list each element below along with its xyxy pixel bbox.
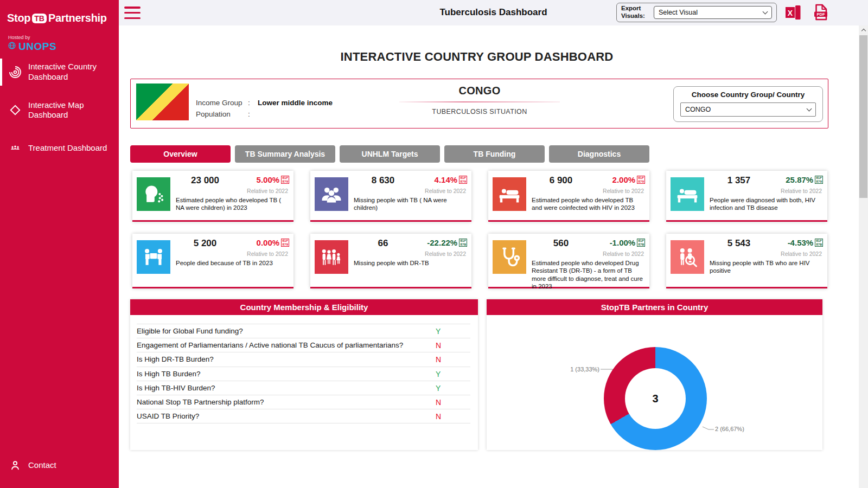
- kpi-description: People died because of TB in 2023: [176, 259, 289, 267]
- trend-arrow-glyph: 01F879: [281, 176, 289, 184]
- kpi-card-tb-deaths: 5 200 0.00%01F879 Relative to 2022 Peopl…: [132, 234, 293, 288]
- tab-tb-summary-analysis[interactable]: TB Summary Analysis: [235, 145, 335, 163]
- kpi-relative-label: Relative to 2022: [532, 188, 645, 194]
- pdf-export-icon[interactable]: PDF: [813, 3, 829, 21]
- hamburger-menu-icon[interactable]: [124, 7, 141, 19]
- partners-panel-title: StopTB Partners in Country: [487, 299, 822, 315]
- divider: [399, 101, 560, 102]
- kpi-trend: 25.87%: [786, 175, 813, 184]
- country-selector-title: Choose Country Group/ Country: [680, 91, 816, 99]
- export-visual-select-value: Select Visual: [659, 9, 763, 16]
- country-name-block: CONGO TUBERCULOSIS SITUATION: [398, 85, 561, 115]
- sidebar: Stop TB Partnership Hosted by UNOPS Inte…: [0, 0, 119, 488]
- answer: N: [436, 355, 470, 364]
- dashboard-tabs: Overview TB Summary Analysis UNHLM Targe…: [130, 145, 649, 163]
- logo-partnership-text: Partnership: [48, 12, 107, 24]
- kpi-trend: 5.00%: [257, 175, 280, 184]
- topbar: Tuberculosis Dashboard Export Visuals: S…: [119, 0, 868, 25]
- kpi-description: Missing people with DR-TB: [354, 259, 467, 267]
- donut-chart[interactable]: 3: [604, 347, 707, 450]
- svg-text:X: X: [788, 9, 793, 17]
- kpi-relative-label: Relative to 2022: [176, 251, 289, 257]
- kpi-relative-label: Relative to 2022: [710, 188, 823, 194]
- answer: Y: [436, 369, 470, 379]
- kpi-description: Missing people with TB ( NA were childre…: [354, 196, 467, 212]
- kpi-card-missing-drtb: 66 -22.22%01F87B Relative to 2022 Missin…: [310, 234, 471, 288]
- trend-arrow-glyph: 01F879: [815, 176, 823, 184]
- export-visuals-label: Export Visuals:: [621, 5, 649, 20]
- membership-panel: Country Membership & Eligibility Eligibl…: [130, 299, 478, 450]
- family-icon: [315, 240, 348, 274]
- sidebar-item-contact[interactable]: Contact: [0, 450, 119, 480]
- tab-diagnostics[interactable]: Diagnostics: [549, 145, 649, 163]
- hospital-bed-icon: [671, 177, 704, 211]
- question: USAID TB Priority?: [137, 412, 436, 421]
- donut-center-total: 3: [652, 393, 658, 405]
- kpi-relative-label: Relative to 2022: [710, 251, 823, 257]
- income-group-label: Income Group: [196, 99, 248, 107]
- tab-unhlm-targets[interactable]: UNHLM Targets: [340, 145, 440, 163]
- kpi-value: 5 200: [176, 238, 234, 249]
- partners-panel: StopTB Partners in Country 3 1 (33,33%) …: [487, 299, 822, 450]
- unops-logo: UNOPS: [7, 41, 56, 53]
- donut-chart-area: 3 1 (33,33%) 2 (66,67%): [487, 315, 822, 450]
- population-label: Population: [196, 110, 248, 118]
- sidebar-item-interactive-country-dashboard[interactable]: Interactive Country Dashboard: [0, 56, 119, 88]
- kpi-relative-label: Relative to 2022: [354, 251, 467, 257]
- kpi-description: Estimated people who developed TB ( NA w…: [176, 196, 289, 212]
- scroll-up-button[interactable]: [859, 25, 868, 35]
- tb-badge: TB: [32, 14, 47, 23]
- kpi-relative-label: Relative to 2022: [532, 251, 645, 257]
- kpi-trend: 2.00%: [612, 175, 636, 184]
- kpi-card-drtb: 560 -1.00%01F87B Relative to 2022 Estima…: [488, 234, 649, 288]
- trend-arrow-glyph: 01F87B: [637, 239, 645, 247]
- question: Engagement of Parliamentarians / Active …: [137, 341, 436, 350]
- kpi-card-diagnosed-hiv-tb: 1 357 25.87%01F879 Relative to 2022 Peop…: [666, 171, 827, 222]
- answer: N: [436, 412, 470, 421]
- country-name: CONGO: [398, 85, 561, 97]
- find-people-icon: [671, 240, 704, 274]
- answer: N: [436, 341, 470, 350]
- kpi-trend: -1.00%: [610, 238, 636, 247]
- excel-export-icon[interactable]: X: [785, 5, 801, 20]
- kpi-relative-label: Relative to 2022: [176, 188, 289, 194]
- country-header-card: Income Group : Lower middle income Popul…: [130, 79, 828, 129]
- unops-text: UNOPS: [18, 41, 56, 53]
- vertical-scrollbar: [859, 25, 868, 488]
- svg-text:PDF: PDF: [817, 12, 825, 17]
- answer: Y: [436, 326, 470, 336]
- main-content: INTERACTIVE COUNTRY GROUP DASHBOARD Inco…: [119, 25, 859, 488]
- table-row: Is High TB Burden?Y: [137, 367, 470, 381]
- scrollbar-thumb[interactable]: [859, 35, 867, 198]
- income-group-value: Lower middle income: [258, 99, 333, 107]
- export-visual-select[interactable]: Select Visual: [654, 6, 772, 19]
- chevron-down-icon: [807, 106, 812, 112]
- sidebar-nav: Interactive Country Dashboard Interactiv…: [0, 56, 119, 163]
- sidebar-contact: Contact: [0, 450, 119, 480]
- stethoscope-icon: [493, 240, 526, 274]
- trend-arrow-glyph: 01F87B: [459, 239, 467, 247]
- country-select[interactable]: CONGO: [680, 102, 816, 117]
- table-row: Eligible for Global Fund funding?Y: [137, 324, 470, 338]
- congo-flag: [136, 84, 189, 120]
- people-group-icon: [315, 177, 348, 211]
- donut-hole: 3: [625, 368, 686, 429]
- sidebar-item-treatment-dashboard[interactable]: Treatment Dashboard: [0, 133, 119, 163]
- tab-overview[interactable]: Overview: [130, 145, 231, 163]
- sidebar-item-interactive-map-dashboard[interactable]: Interactive Map Dashboard: [0, 95, 119, 126]
- answer: N: [436, 397, 470, 407]
- tab-tb-funding[interactable]: TB Funding: [444, 145, 545, 163]
- kpi-description: People were diagnosed with both, HIV inf…: [710, 196, 823, 212]
- membership-table: Eligible for Global Fund funding?Y Engag…: [130, 315, 478, 423]
- question: Is High DR-TB Burden?: [137, 355, 436, 364]
- stoptb-logo: Stop TB Partnership: [7, 12, 107, 24]
- kpi-description: Estimated people who developed TB and we…: [532, 196, 645, 212]
- hospital-bed-icon: [493, 177, 526, 211]
- contact-label: Contact: [28, 460, 56, 471]
- page-title: INTERACTIVE COUNTRY GROUP DASHBOARD: [119, 50, 835, 64]
- kpi-description: Missing people with TB who are HIV posit…: [710, 259, 823, 275]
- question: Is High TB Burden?: [137, 369, 436, 379]
- answer: Y: [436, 383, 470, 393]
- logo-stop-text: Stop: [7, 12, 30, 24]
- chevron-down-icon: [763, 9, 768, 15]
